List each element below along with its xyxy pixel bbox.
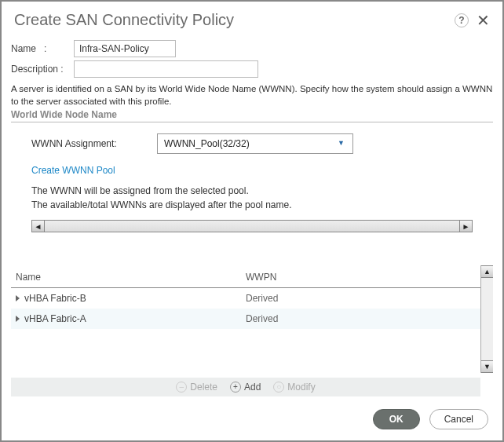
col-header-name[interactable]: Name (16, 272, 246, 283)
help-icon[interactable]: ? (455, 13, 469, 27)
wwnn-note-2: The available/total WWNNs are displayed … (31, 198, 493, 212)
scroll-down-icon[interactable]: ▼ (481, 360, 493, 373)
modify-button: ○Modify (273, 382, 315, 393)
dialog-footer: OK Cancel (2, 398, 502, 440)
dialog-title: Create SAN Connectivity Policy (14, 11, 455, 29)
cell-name: vHBA Fabric-B (24, 293, 86, 304)
wwnn-assignment-label: WWNN Assignment: (31, 138, 157, 149)
description-label: Description : (11, 64, 74, 75)
dialog-header: Create SAN Connectivity Policy ? ✕ (2, 2, 502, 34)
form-area: Name : Description : A server is identif… (2, 34, 502, 232)
scroll-right-icon[interactable]: ► (459, 221, 472, 232)
section-title-wwnn: World Wide Node Name (11, 109, 493, 120)
delete-button: –Delete (176, 382, 217, 393)
table-row[interactable]: vHBA Fabric-B Derived (11, 288, 480, 309)
cell-wwpn: Derived (246, 293, 476, 304)
name-label: Name : (11, 43, 74, 54)
vhba-table: Name WWPN vHBA Fabric-B Derived vHBA Fab… (11, 265, 493, 373)
expand-icon[interactable] (16, 295, 20, 301)
scroll-up-icon[interactable]: ▲ (481, 265, 493, 278)
name-row: Name : (11, 40, 493, 57)
section-separator (11, 122, 493, 122)
cell-wwpn: Derived (246, 313, 476, 324)
info-text: A server is identified on a SAN by its W… (11, 82, 493, 108)
name-input[interactable] (74, 40, 176, 57)
close-icon[interactable]: ✕ (477, 13, 490, 28)
cell-name: vHBA Fabric-A (24, 313, 86, 324)
add-button[interactable]: +Add (230, 382, 261, 393)
scroll-left-icon[interactable]: ◄ (32, 221, 45, 232)
wwnn-assignment-row: WWNN Assignment: WWNN_Pool(32/32) (31, 133, 493, 154)
expand-icon[interactable] (16, 316, 20, 322)
table-toolbar: –Delete +Add ○Modify (11, 378, 480, 396)
wwnn-assignment-value: WWNN_Pool(32/32) (164, 138, 250, 149)
table-row[interactable]: vHBA Fabric-A Derived (11, 309, 480, 329)
description-input[interactable] (74, 60, 258, 78)
ok-button[interactable]: OK (373, 409, 420, 429)
dialog-create-san-policy: Create SAN Connectivity Policy ? ✕ Name … (0, 0, 504, 442)
cancel-button[interactable]: Cancel (429, 409, 488, 429)
horizontal-scrollbar[interactable]: ◄ ► (31, 220, 473, 232)
vhba-table-main: Name WWPN vHBA Fabric-B Derived vHBA Fab… (11, 265, 480, 373)
wwnn-notes: The WWNN will be assigned from the selec… (31, 184, 493, 212)
wwnn-assignment-select[interactable]: WWNN_Pool(32/32) (157, 133, 353, 154)
col-header-wwpn[interactable]: WWPN (246, 272, 476, 283)
description-row: Description : (11, 60, 493, 78)
vertical-scrollbar[interactable]: ▲ ▼ (480, 265, 493, 373)
wwnn-note-1: The WWNN will be assigned from the selec… (31, 184, 493, 198)
create-wwnn-pool-link[interactable]: Create WWNN Pool (31, 165, 115, 176)
table-header: Name WWPN (11, 265, 480, 287)
